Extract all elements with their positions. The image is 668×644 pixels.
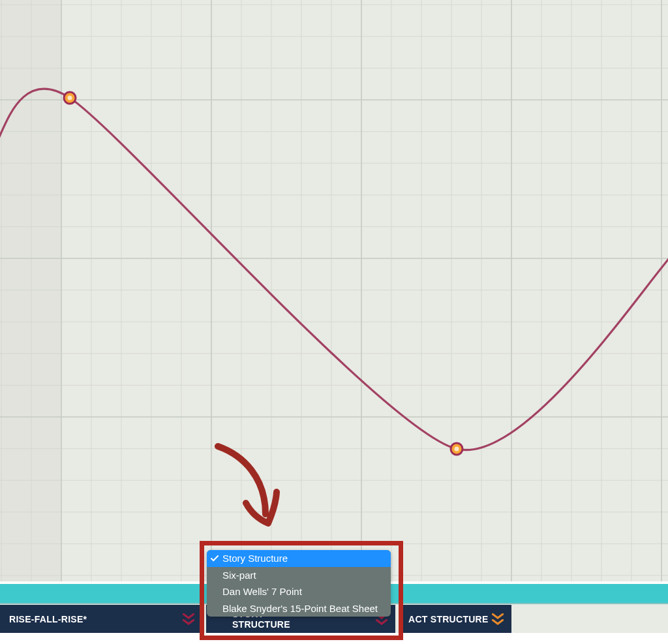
check-icon bbox=[211, 555, 219, 562]
dropdown-item-label: Blake Snyder's 15-Point Beat Sheet bbox=[222, 603, 378, 614]
dropdown-item[interactable]: Six-part bbox=[207, 567, 391, 584]
dropdown-item[interactable]: Dan Wells' 7 Point bbox=[207, 583, 391, 600]
dropdown-item[interactable]: Story Structure bbox=[207, 550, 391, 567]
dropdown-item-label: Six-part bbox=[222, 570, 256, 581]
shape-dropdown[interactable]: RISE-FALL-RISE* bbox=[0, 605, 202, 633]
chevron-down-icon bbox=[492, 613, 504, 626]
dropdown-item-label: Dan Wells' 7 Point bbox=[222, 586, 302, 597]
svg-point-51 bbox=[455, 447, 459, 452]
app-canvas: RISE-FALL-RISE* STORY STRUCTURE ACT STRU… bbox=[0, 0, 668, 644]
svg-point-50 bbox=[68, 96, 72, 100]
act-dropdown-label: ACT STRUCTURE bbox=[408, 614, 489, 624]
chevron-down-icon bbox=[183, 613, 194, 626]
act-dropdown[interactable]: ACT STRUCTURE bbox=[399, 605, 511, 633]
story-arc-chart bbox=[0, 0, 668, 581]
dropdown-item-label: Story Structure bbox=[222, 553, 288, 564]
footer-gap bbox=[0, 633, 668, 644]
structure-dropdown-menu: Story StructureSix-partDan Wells' 7 Poin… bbox=[207, 550, 391, 617]
dropdown-item[interactable]: Blake Snyder's 15-Point Beat Sheet bbox=[207, 600, 391, 617]
annotation-arrow-icon bbox=[208, 442, 284, 534]
shape-dropdown-label: RISE-FALL-RISE* bbox=[9, 614, 87, 624]
